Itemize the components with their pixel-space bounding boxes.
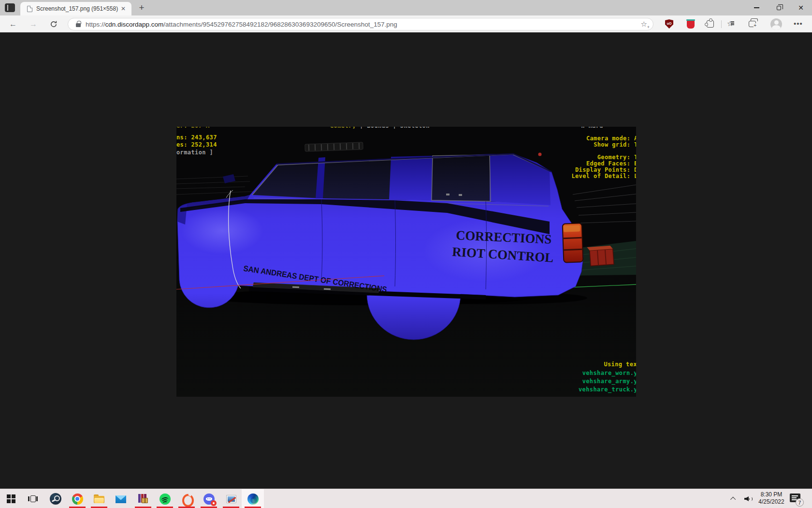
url-text[interactable]: https://cdn.discordapp.com/attachments/9… xyxy=(86,21,641,28)
taskbar-app-mail[interactable] xyxy=(110,489,132,508)
favorites-star-icon: ☆ xyxy=(727,19,733,28)
refresh-button[interactable] xyxy=(47,18,60,30)
tab-close-icon[interactable]: ✕ xyxy=(119,4,128,13)
tray-expand-button[interactable] xyxy=(732,489,743,508)
tab-title: Screenshot_157.png (951×558) xyxy=(36,5,119,12)
setting-camera-mode: Camera mode: A xyxy=(586,135,636,142)
ublock-extension-button[interactable]: uO xyxy=(665,19,675,29)
mail-icon xyxy=(116,495,126,503)
roof-rack xyxy=(305,142,363,151)
clock-date: 4/25/2022 xyxy=(754,498,789,506)
using-textures-label: Using tex xyxy=(604,361,636,368)
profile-button[interactable] xyxy=(770,19,780,29)
close-icon: ✕ xyxy=(798,4,804,11)
tail-light xyxy=(563,223,583,262)
taskbar-app-winrar[interactable] xyxy=(132,489,154,508)
back-button[interactable]: ← xyxy=(7,18,19,30)
setting-display-points: Display Points: D xyxy=(575,166,636,173)
new-tab-button[interactable]: + xyxy=(135,1,148,14)
profile-avatar xyxy=(770,18,782,30)
setting-level-of-detail: Level of Detail: L xyxy=(571,173,636,179)
extensions-button[interactable] xyxy=(707,19,716,29)
setting-edged-faces: Edged Faces: E xyxy=(586,160,636,167)
ublock-shield-icon: uO xyxy=(665,19,673,29)
texture-file: vehshare_truck.y xyxy=(579,386,636,393)
speaker-icon xyxy=(744,495,753,502)
spotify-icon xyxy=(160,493,171,505)
taskbar-app-origin[interactable] xyxy=(175,489,198,508)
setting-geometry: Geometry: T xyxy=(597,154,636,161)
polygon-count: ns: 243,637 xyxy=(176,134,217,141)
clock-time: 8:30 PM xyxy=(754,491,789,498)
shield-extension-button[interactable] xyxy=(687,19,696,29)
refresh-icon xyxy=(50,20,58,28)
photo-viewer-icon xyxy=(226,495,236,503)
texture-file: vehshare_army.y xyxy=(582,378,636,385)
3d-scene: SAN ANDREAS DEPT OF CORRECTIONS CORRECTI… xyxy=(176,127,636,397)
tab-actions-menu-icon[interactable] xyxy=(5,3,15,12)
add-favorite-icon[interactable]: ☆ xyxy=(641,20,647,29)
page-favicon-icon xyxy=(27,6,32,12)
minimize-icon xyxy=(754,7,759,8)
more-options-icon: ••• xyxy=(794,19,803,28)
file-explorer-icon xyxy=(94,496,104,504)
url-host: cdn.discordapp.com xyxy=(105,21,164,28)
steam-icon xyxy=(50,493,61,505)
vertex-count: es: 252,314 xyxy=(176,141,217,148)
discord-icon xyxy=(203,493,215,505)
collections-icon xyxy=(749,21,756,27)
task-view-button[interactable] xyxy=(22,489,44,508)
red-crate xyxy=(587,245,614,266)
restore-icon xyxy=(777,6,781,10)
texture-file: vehshare_worn.y xyxy=(582,370,636,376)
notification-count-badge[interactable]: 7 xyxy=(796,498,804,507)
browser-tab[interactable]: Screenshot_157.png (951×558) ✕ xyxy=(20,2,131,15)
marker-dot xyxy=(538,153,542,156)
browser-titlebar: Screenshot_157.png (951×558) ✕ + ✕ xyxy=(0,0,812,15)
clipped-text-top-center: eometry | Bounds | Skeleton xyxy=(330,127,475,129)
collections-button[interactable] xyxy=(749,19,758,29)
chevron-up-icon xyxy=(730,497,736,502)
taskbar-app-chrome[interactable] xyxy=(66,489,88,508)
wireframe-lines-right xyxy=(573,185,636,223)
favorites-button[interactable]: ☆ xyxy=(727,19,737,29)
taskbar-app-spotify[interactable] xyxy=(154,489,176,508)
origin-icon xyxy=(181,493,192,504)
chrome-icon xyxy=(72,493,83,505)
desktop: { "window": { "tab_title": "Screenshot_1… xyxy=(0,0,812,508)
url-path: /attachments/954529762758492182/96828630… xyxy=(163,21,397,28)
clipped-center-a: eometry xyxy=(330,127,356,129)
start-button[interactable] xyxy=(0,489,22,508)
toolbar-divider xyxy=(721,20,722,28)
information-fragment: ormation ] xyxy=(176,149,213,156)
notification-badge-dot xyxy=(211,500,217,506)
taskbar-app-photo-viewer[interactable] xyxy=(220,489,242,508)
address-bar[interactable]: https://cdn.discordapp.com/attachments/9… xyxy=(68,18,653,30)
screenshot-image[interactable]: SAN ANDREAS DEPT OF CORRECTIONS CORRECTI… xyxy=(176,127,636,397)
edge-icon xyxy=(247,493,259,505)
window-controls: ✕ xyxy=(745,0,812,15)
windows-logo-icon xyxy=(7,494,15,503)
clipped-text-top-left: er: 207 A xyxy=(176,127,210,129)
browser-toolbar: ← → https://cdn.discordapp.com/attachmen… xyxy=(0,15,812,32)
shield-extension-icon xyxy=(687,20,695,29)
taskbar-app-file-explorer[interactable] xyxy=(88,489,110,508)
winrar-icon xyxy=(138,494,148,504)
task-view-icon xyxy=(28,495,38,502)
taskbar-clock[interactable]: 8:30 PM 4/25/2022 xyxy=(754,491,789,506)
minimize-button[interactable] xyxy=(745,0,768,15)
taskbar: 8:30 PM 4/25/2022 7 xyxy=(0,489,812,508)
setting-show-grid: Show grid: T xyxy=(594,141,636,148)
extensions-puzzle-icon xyxy=(707,20,714,28)
taskbar-app-discord[interactable] xyxy=(198,489,220,508)
url-scheme: https:// xyxy=(86,21,105,28)
settings-menu-button[interactable]: ••• xyxy=(794,19,803,29)
taskbar-app-steam[interactable] xyxy=(44,489,67,508)
clipped-center-b: | Bounds | Skeleton xyxy=(356,127,430,129)
forward-button[interactable]: → xyxy=(27,18,40,30)
close-button[interactable]: ✕ xyxy=(790,0,812,15)
taskbar-app-edge[interactable] xyxy=(242,489,264,508)
clipped-text-top-right: h Hard xyxy=(555,127,603,129)
lock-icon[interactable] xyxy=(76,23,81,27)
restore-button[interactable] xyxy=(768,0,790,15)
